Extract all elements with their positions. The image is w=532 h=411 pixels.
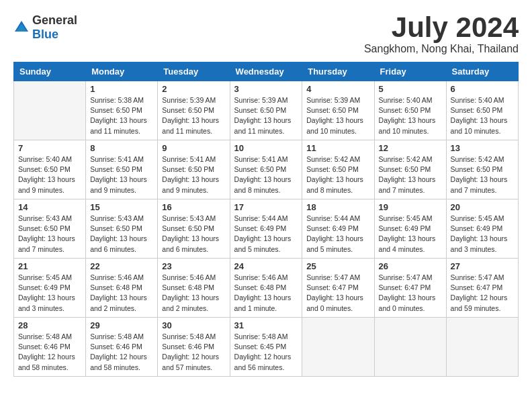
logo: General Blue (13, 13, 77, 42)
day-number: 10 (234, 143, 298, 153)
day-number: 31 (234, 320, 298, 330)
calendar-cell: 25Sunrise: 5:47 AM Sunset: 6:47 PM Dayli… (302, 259, 374, 318)
week-row-2: 14Sunrise: 5:43 AM Sunset: 6:50 PM Dayli… (14, 199, 519, 259)
header-day-friday: Friday (374, 62, 446, 81)
day-info: Sunrise: 5:41 AM Sunset: 6:50 PM Dayligh… (90, 154, 153, 195)
logo-icon (13, 19, 30, 36)
calendar-cell: 29Sunrise: 5:48 AM Sunset: 6:46 PM Dayli… (86, 318, 158, 377)
header-day-saturday: Saturday (446, 62, 518, 81)
logo-general: General (32, 13, 77, 27)
day-info: Sunrise: 5:45 AM Sunset: 6:49 PM Dayligh… (451, 214, 514, 255)
calendar-cell (302, 318, 374, 377)
day-info: Sunrise: 5:48 AM Sunset: 6:46 PM Dayligh… (18, 332, 81, 373)
calendar-cell (446, 318, 518, 377)
day-number: 2 (162, 84, 225, 94)
day-number: 27 (451, 261, 514, 271)
calendar-cell: 17Sunrise: 5:44 AM Sunset: 6:49 PM Dayli… (230, 199, 302, 259)
day-number: 26 (379, 261, 442, 271)
day-info: Sunrise: 5:40 AM Sunset: 6:50 PM Dayligh… (379, 95, 442, 136)
day-number: 22 (90, 261, 153, 271)
title-block: July 2024 Sangkhom, Nong Khai, Thailand (364, 13, 519, 55)
calendar-cell: 18Sunrise: 5:44 AM Sunset: 6:49 PM Dayli… (302, 199, 374, 259)
day-number: 8 (90, 143, 153, 153)
calendar-cell: 28Sunrise: 5:48 AM Sunset: 6:46 PM Dayli… (14, 318, 86, 377)
day-info: Sunrise: 5:45 AM Sunset: 6:49 PM Dayligh… (18, 273, 81, 314)
calendar-cell: 15Sunrise: 5:43 AM Sunset: 6:50 PM Dayli… (86, 199, 158, 259)
header-day-thursday: Thursday (302, 62, 374, 81)
day-number: 29 (90, 320, 153, 330)
day-number: 5 (379, 84, 442, 94)
day-info: Sunrise: 5:38 AM Sunset: 6:50 PM Dayligh… (90, 95, 153, 136)
week-row-1: 7Sunrise: 5:40 AM Sunset: 6:50 PM Daylig… (14, 140, 519, 199)
day-info: Sunrise: 5:43 AM Sunset: 6:50 PM Dayligh… (162, 214, 225, 255)
day-number: 16 (162, 202, 225, 212)
page-header: General Blue July 2024 Sangkhom, Nong Kh… (13, 13, 519, 55)
day-number: 7 (18, 143, 81, 153)
header-day-monday: Monday (86, 62, 158, 81)
day-number: 23 (162, 261, 225, 271)
calendar-cell: 26Sunrise: 5:47 AM Sunset: 6:47 PM Dayli… (374, 259, 446, 318)
calendar-cell: 19Sunrise: 5:45 AM Sunset: 6:49 PM Dayli… (374, 199, 446, 259)
day-number: 24 (234, 261, 298, 271)
day-info: Sunrise: 5:40 AM Sunset: 6:50 PM Dayligh… (18, 154, 81, 195)
day-number: 30 (162, 320, 225, 330)
calendar-cell: 14Sunrise: 5:43 AM Sunset: 6:50 PM Dayli… (14, 199, 86, 259)
day-info: Sunrise: 5:43 AM Sunset: 6:50 PM Dayligh… (90, 214, 153, 255)
calendar: SundayMondayTuesdayWednesdayThursdayFrid… (13, 62, 519, 377)
day-info: Sunrise: 5:39 AM Sunset: 6:50 PM Dayligh… (162, 95, 225, 136)
calendar-body: 1Sunrise: 5:38 AM Sunset: 6:50 PM Daylig… (14, 81, 519, 377)
day-number: 6 (451, 84, 514, 94)
day-number: 25 (306, 261, 369, 271)
calendar-cell: 24Sunrise: 5:46 AM Sunset: 6:48 PM Dayli… (230, 259, 302, 318)
calendar-cell: 23Sunrise: 5:46 AM Sunset: 6:48 PM Dayli… (158, 259, 230, 318)
day-info: Sunrise: 5:42 AM Sunset: 6:50 PM Dayligh… (379, 154, 442, 195)
calendar-cell: 30Sunrise: 5:48 AM Sunset: 6:46 PM Dayli… (158, 318, 230, 377)
calendar-cell (14, 81, 86, 140)
day-number: 18 (306, 202, 369, 212)
day-number: 21 (18, 261, 81, 271)
day-number: 11 (306, 143, 369, 153)
day-info: Sunrise: 5:39 AM Sunset: 6:50 PM Dayligh… (306, 95, 369, 136)
day-number: 12 (379, 143, 442, 153)
day-number: 4 (306, 84, 369, 94)
header-row: SundayMondayTuesdayWednesdayThursdayFrid… (14, 62, 519, 81)
week-row-0: 1Sunrise: 5:38 AM Sunset: 6:50 PM Daylig… (14, 81, 519, 140)
calendar-header: SundayMondayTuesdayWednesdayThursdayFrid… (14, 62, 519, 81)
location-title: Sangkhom, Nong Khai, Thailand (364, 43, 519, 55)
day-info: Sunrise: 5:44 AM Sunset: 6:49 PM Dayligh… (234, 214, 298, 255)
calendar-cell: 7Sunrise: 5:40 AM Sunset: 6:50 PM Daylig… (14, 140, 86, 199)
day-number: 13 (451, 143, 514, 153)
day-info: Sunrise: 5:48 AM Sunset: 6:46 PM Dayligh… (162, 332, 225, 373)
day-info: Sunrise: 5:47 AM Sunset: 6:47 PM Dayligh… (379, 273, 442, 314)
week-row-3: 21Sunrise: 5:45 AM Sunset: 6:49 PM Dayli… (14, 259, 519, 318)
day-number: 1 (90, 84, 153, 94)
day-number: 17 (234, 202, 298, 212)
calendar-cell: 20Sunrise: 5:45 AM Sunset: 6:49 PM Dayli… (446, 199, 518, 259)
calendar-cell: 8Sunrise: 5:41 AM Sunset: 6:50 PM Daylig… (86, 140, 158, 199)
day-info: Sunrise: 5:46 AM Sunset: 6:48 PM Dayligh… (162, 273, 225, 314)
calendar-cell: 3Sunrise: 5:39 AM Sunset: 6:50 PM Daylig… (230, 81, 302, 140)
day-info: Sunrise: 5:42 AM Sunset: 6:50 PM Dayligh… (451, 154, 514, 195)
day-info: Sunrise: 5:43 AM Sunset: 6:50 PM Dayligh… (18, 214, 81, 255)
calendar-cell: 9Sunrise: 5:41 AM Sunset: 6:50 PM Daylig… (158, 140, 230, 199)
day-number: 20 (451, 202, 514, 212)
calendar-cell: 5Sunrise: 5:40 AM Sunset: 6:50 PM Daylig… (374, 81, 446, 140)
day-number: 19 (379, 202, 442, 212)
day-info: Sunrise: 5:47 AM Sunset: 6:47 PM Dayligh… (451, 273, 514, 314)
calendar-cell: 2Sunrise: 5:39 AM Sunset: 6:50 PM Daylig… (158, 81, 230, 140)
calendar-cell: 16Sunrise: 5:43 AM Sunset: 6:50 PM Dayli… (158, 199, 230, 259)
calendar-cell: 21Sunrise: 5:45 AM Sunset: 6:49 PM Dayli… (14, 259, 86, 318)
day-info: Sunrise: 5:48 AM Sunset: 6:46 PM Dayligh… (90, 332, 153, 373)
day-number: 9 (162, 143, 225, 153)
day-info: Sunrise: 5:40 AM Sunset: 6:50 PM Dayligh… (451, 95, 514, 136)
day-info: Sunrise: 5:41 AM Sunset: 6:50 PM Dayligh… (234, 154, 298, 195)
header-day-tuesday: Tuesday (158, 62, 230, 81)
calendar-cell: 22Sunrise: 5:46 AM Sunset: 6:48 PM Dayli… (86, 259, 158, 318)
day-number: 14 (18, 202, 81, 212)
day-number: 15 (90, 202, 153, 212)
day-info: Sunrise: 5:45 AM Sunset: 6:49 PM Dayligh… (379, 214, 442, 255)
day-info: Sunrise: 5:39 AM Sunset: 6:50 PM Dayligh… (234, 95, 298, 136)
logo-blue: Blue (32, 28, 58, 41)
calendar-cell: 1Sunrise: 5:38 AM Sunset: 6:50 PM Daylig… (86, 81, 158, 140)
day-info: Sunrise: 5:44 AM Sunset: 6:49 PM Dayligh… (306, 214, 369, 255)
